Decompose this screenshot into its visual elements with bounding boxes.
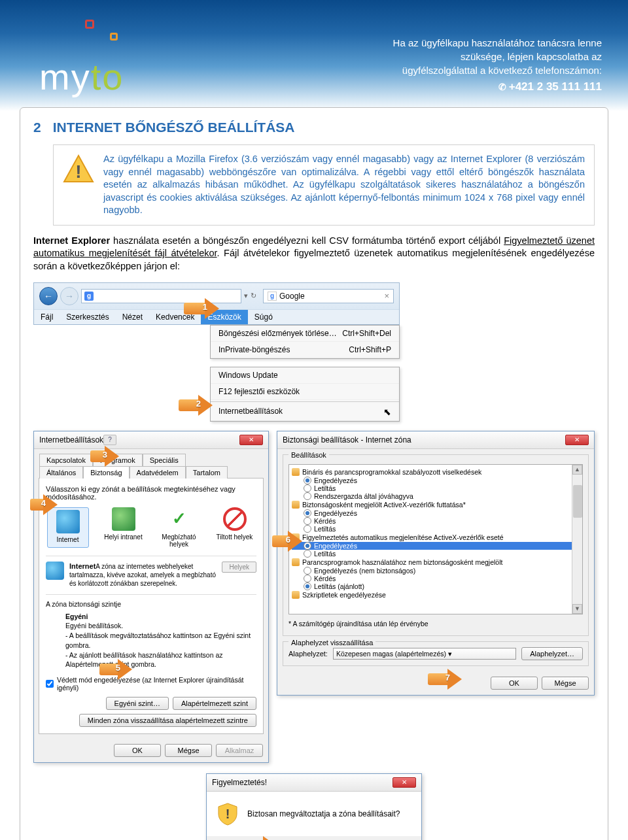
dialog-titlebar: Biztonsági beállítások - Internet zóna ✕: [277, 431, 594, 449]
step-arrow-1: 1: [184, 298, 219, 319]
scrollbar[interactable]: ▲ ▼: [572, 465, 582, 614]
logo-text: myto: [39, 56, 124, 98]
help-button[interactable]: ?: [103, 435, 116, 445]
reset-group: Alaphelyzet visszaállítása Alaphelyzet: …: [283, 641, 589, 666]
reset-button[interactable]: Alaphelyzet…: [521, 647, 583, 660]
warning-text: Az ügyfélkapu a Mozilla Firefox (3.6 ver…: [103, 153, 585, 217]
apply-button[interactable]: Alkalmaz: [216, 744, 263, 757]
security-settings-dialog: Biztonsági beállítások - Internet zóna ✕…: [277, 431, 595, 696]
dd-inprivate[interactable]: InPrivate-böngészésCtrl+Shift+P: [211, 342, 399, 358]
settings-group-label: Beállítások: [288, 451, 329, 459]
radio-enable[interactable]: Engedélyezés: [292, 477, 580, 484]
radio-enable-highlighted[interactable]: Engedélyezés: [292, 542, 580, 550]
svg-text:!: !: [75, 161, 81, 182]
tools-dropdown-2: Windows Update F12 fejlesztői eszközök I…: [210, 367, 400, 422]
tab-general[interactable]: Általános: [39, 466, 83, 479]
reset-all-zones-button[interactable]: Minden zóna visszaállítása alapértelmeze…: [79, 714, 256, 727]
ok-button[interactable]: OK: [491, 677, 538, 690]
dd-internet-options[interactable]: Internetbeállítások⬉: [211, 403, 399, 421]
security-level-label: A zóna biztonsági szintje: [46, 600, 256, 608]
phone-number: +421 2 35 111 111: [393, 79, 602, 95]
menu-file[interactable]: Fájl: [34, 310, 60, 324]
reset-group-label: Alaphelyzet visszaállítása: [288, 639, 375, 647]
setting-header: Figyelmeztetés automatikus megjelenítése…: [292, 533, 580, 542]
radio-prompt[interactable]: Kérdés: [292, 517, 580, 525]
step-arrow-8: 8: [246, 836, 277, 840]
back-button[interactable]: ←: [39, 287, 58, 305]
globe-icon: [46, 562, 64, 580]
close-button[interactable]: ✕: [392, 777, 416, 788]
dialog-titlebar: Internetbeállítások ? ✕: [34, 431, 268, 449]
menu-help[interactable]: Súgó: [248, 310, 279, 324]
security-level-desc: Egyéni Egyéni beállítások. - A beállítás…: [65, 612, 256, 669]
radio-prompt[interactable]: Kérdés: [292, 575, 580, 582]
tab-close-icon[interactable]: ×: [384, 291, 389, 301]
radio-disable[interactable]: Letiltás: [292, 550, 580, 558]
radio-disable[interactable]: Letiltás: [292, 484, 580, 492]
dialog-titlebar: Figyelmeztetés! ✕: [207, 774, 421, 792]
zone-intranet[interactable]: Helyi intranet: [103, 507, 145, 548]
tab-privacy[interactable]: Adatvédelem: [130, 466, 186, 479]
step-arrow-2: 2: [179, 395, 213, 416]
sites-button[interactable]: Helyek: [222, 562, 256, 573]
setting-header: Bináris és parancsprogramokkal szabályoz…: [292, 467, 580, 477]
dd-clear-history[interactable]: Böngészési előzmények törlése…Ctrl+Shift…: [211, 326, 399, 342]
radio-admin[interactable]: Rendszergazda által jóváhagyva: [292, 492, 580, 500]
custom-level-button[interactable]: Egyéni szint…: [106, 697, 169, 710]
body-paragraph: Internet Explorer használata esetén a bö…: [33, 235, 595, 273]
zone-restricted[interactable]: Tiltott helyek: [214, 507, 256, 548]
warning-box: ! Az ügyfélkapu a Mozilla Firefox (3.6 v…: [53, 144, 595, 226]
setting-header: Biztonságosként megjelölt ActiveX-vezérl…: [292, 500, 580, 509]
logo-dot-orange: [110, 33, 118, 41]
reset-label: Alaphelyzet:: [288, 650, 328, 658]
shield-icon: !: [217, 802, 238, 826]
page-header: myto Ha az ügyfélkapu használatához taná…: [0, 0, 628, 111]
step-arrow-4: 4: [30, 494, 58, 515]
step-arrow-6: 6: [272, 531, 302, 552]
header-contact: Ha az ügyfélkapu használatához tanácsra …: [393, 36, 602, 95]
svg-text:!: !: [226, 807, 230, 821]
zone-prompt: Válasszon ki egy zónát a beállítások meg…: [46, 485, 256, 501]
forward-button[interactable]: →: [60, 287, 78, 305]
ok-button[interactable]: OK: [114, 744, 161, 757]
section-title: 2INTERNET BŐNGÉSZŐ BEÁLLÍTÁSA: [33, 120, 595, 135]
logo-dot-red: [85, 20, 94, 29]
zone-trusted[interactable]: ✓Megbízható helyek: [158, 507, 200, 548]
tab-content[interactable]: Tartalom: [186, 466, 228, 479]
close-button[interactable]: ✕: [239, 435, 263, 445]
menu-edit[interactable]: Szerkesztés: [60, 310, 115, 324]
step-arrow-7: 7: [428, 669, 462, 690]
dd-f12[interactable]: F12 fejlesztői eszközök: [211, 384, 399, 400]
internet-options-dialog: Internetbeállítások ? ✕ Kapcsolatok Prog…: [33, 431, 269, 763]
tab-advanced[interactable]: Speciális: [143, 454, 186, 466]
tab-connections[interactable]: Kapcsolatok: [39, 454, 93, 466]
logo: myto: [39, 20, 124, 98]
browser-tab[interactable]: gGoogle×: [263, 289, 394, 303]
settings-listbox[interactable]: Bináris és parancsprogramokkal szabályoz…: [288, 464, 583, 614]
default-level-button[interactable]: Alapértelmezett szint: [173, 697, 256, 710]
reset-select[interactable]: Közepesen magas (alapértelmezés) ▾: [333, 648, 516, 660]
zone-description: InternetA zóna az internetes webhelyeket…: [69, 562, 217, 588]
radio-enable-unsafe[interactable]: Engedélyezés (nem biztonságos): [292, 567, 580, 575]
dd-windows-update[interactable]: Windows Update: [211, 367, 399, 384]
step-arrow-5: 5: [99, 659, 132, 680]
close-button[interactable]: ✕: [565, 435, 589, 445]
radio-enable[interactable]: Engedélyezés: [292, 509, 580, 517]
cancel-button[interactable]: Mégse: [165, 744, 212, 757]
restart-note: * A számítógép újraindítása után lép érv…: [288, 620, 583, 628]
setting-header: Parancsprogramok használatához nem bizto…: [292, 558, 580, 567]
tab-strip: Kapcsolatok Programok Speciális Általáno…: [34, 449, 268, 478]
warning-icon: !: [63, 153, 94, 184]
protected-mode-checkbox[interactable]: Védett mód engedélyezése (az Internet Ex…: [46, 676, 256, 692]
content-card: 2INTERNET BŐNGÉSZŐ BEÁLLÍTÁSA ! Az ügyfé…: [20, 107, 608, 840]
confirm-dialog: Figyelmeztetés! ✕ ! Biztosan megváltozta…: [206, 773, 422, 840]
cancel-button[interactable]: Mégse: [542, 677, 589, 690]
step-arrow-3: 3: [90, 446, 119, 467]
radio-disable[interactable]: Letiltás: [292, 525, 580, 533]
tools-dropdown: Böngészési előzmények törlése…Ctrl+Shift…: [210, 325, 400, 359]
setting-header: Szkriptletek engedélyezése: [292, 590, 580, 599]
menu-view[interactable]: Nézet: [116, 310, 149, 324]
tab-security[interactable]: Biztonság: [83, 466, 129, 479]
radio-disable-recommended[interactable]: Letiltás (ajánlott): [292, 582, 580, 590]
confirm-message: Biztosan megváltoztatja a zóna beállítás…: [247, 809, 400, 818]
